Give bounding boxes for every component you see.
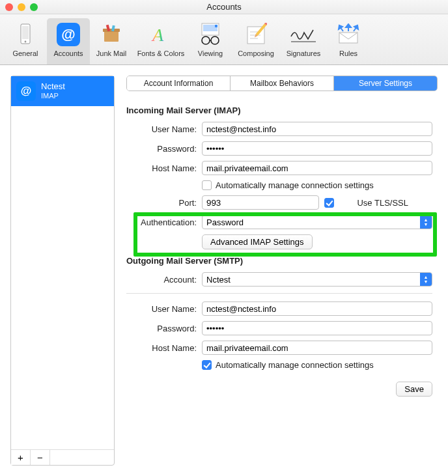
svg-rect-3	[104, 31, 119, 42]
toolbar-label: Rules	[327, 49, 370, 57]
zoom-window-button[interactable]	[30, 3, 38, 11]
incoming-username-field[interactable]	[202, 122, 432, 136]
outgoing-username-field[interactable]	[202, 301, 432, 316]
outgoing-auto-manage-checkbox[interactable]	[202, 360, 212, 370]
settings-tabbar: Account Information Mailbox Behaviors Se…	[126, 76, 438, 91]
toolbar-label: Junk Mail	[90, 49, 133, 57]
toolbar-label: Signatures	[280, 49, 327, 57]
window-controls	[5, 3, 38, 11]
toolbar-label: Viewing	[189, 49, 232, 57]
outgoing-heading: Outgoing Mail Server (SMTP)	[126, 256, 432, 266]
incoming-heading: Incoming Mail Server (IMAP)	[126, 105, 432, 115]
sidebar-actions: + −	[11, 449, 114, 465]
tab-account-information[interactable]: Account Information	[127, 76, 231, 91]
svg-marker-23	[346, 24, 351, 27]
outgoing-account-label: Account:	[126, 275, 197, 285]
divider	[126, 293, 432, 294]
trash-icon	[90, 21, 133, 48]
toolbar-label: Fonts & Colors	[133, 49, 189, 57]
preferences-toolbar: General @ Accounts Junk Mail A Fonts & C…	[0, 14, 448, 65]
account-protocol: IMAP	[41, 92, 65, 100]
signature-icon	[280, 21, 327, 48]
outgoing-hostname-label: Host Name:	[126, 343, 197, 353]
svg-point-2	[25, 41, 27, 43]
tab-server-settings[interactable]: Server Settings	[334, 76, 437, 91]
fonts-icon: A	[133, 21, 189, 48]
incoming-auto-manage-label[interactable]: Automatically manage connection settings	[216, 180, 374, 190]
incoming-tls-label[interactable]: Use TLS/SSL	[338, 198, 408, 208]
incoming-password-field[interactable]	[202, 141, 432, 156]
composing-tab[interactable]: Composing	[232, 18, 280, 64]
accounts-tab[interactable]: @ Accounts	[47, 18, 90, 64]
svg-point-12	[211, 36, 219, 44]
glasses-icon	[189, 21, 232, 48]
outgoing-password-label: Password:	[126, 324, 197, 333]
incoming-port-field[interactable]	[202, 195, 319, 210]
toolbar-label: General	[4, 49, 47, 57]
phone-icon	[4, 21, 47, 48]
incoming-hostname-label: Host Name:	[126, 163, 197, 173]
outgoing-auto-manage-label[interactable]: Automatically manage connection settings	[216, 360, 374, 370]
fontscolors-tab[interactable]: A Fonts & Colors	[133, 18, 189, 64]
junkmail-tab[interactable]: Junk Mail	[90, 18, 133, 64]
at-sign-icon: @	[47, 21, 90, 48]
svg-text:A: A	[151, 25, 164, 45]
account-list-item[interactable]: @ Nctest IMAP	[11, 76, 114, 106]
outgoing-password-field[interactable]	[202, 321, 432, 335]
viewing-tab[interactable]: Viewing	[189, 18, 232, 64]
outgoing-account-select[interactable]: Nctest	[202, 272, 432, 287]
close-window-button[interactable]	[5, 3, 13, 11]
svg-point-11	[202, 36, 210, 44]
advanced-imap-button[interactable]: Advanced IMAP Settings	[202, 234, 313, 249]
pencil-icon	[232, 21, 280, 48]
outgoing-username-label: User Name:	[126, 304, 197, 314]
tab-mailbox-behaviors[interactable]: Mailbox Behaviors	[231, 76, 334, 91]
svg-rect-4	[103, 29, 120, 32]
rules-icon	[327, 21, 370, 48]
svg-rect-10	[215, 25, 217, 27]
incoming-username-label: User Name:	[126, 124, 197, 134]
toolbar-label: Composing	[232, 49, 280, 57]
minimize-window-button[interactable]	[18, 3, 25, 11]
account-name: Nctest	[41, 82, 65, 92]
incoming-tls-checkbox[interactable]	[324, 198, 334, 208]
incoming-password-label: Password:	[126, 144, 197, 154]
outgoing-hostname-field[interactable]	[202, 341, 432, 355]
settings-panel: Account Information Mailbox Behaviors Se…	[126, 76, 438, 466]
toolbar-label: Accounts	[47, 49, 90, 57]
window-title: Accounts	[206, 2, 241, 12]
save-button[interactable]: Save	[396, 382, 432, 397]
general-tab[interactable]: General	[4, 18, 47, 64]
incoming-auto-manage-checkbox[interactable]	[202, 180, 212, 190]
remove-account-button[interactable]: −	[31, 450, 50, 465]
signatures-tab[interactable]: Signatures	[280, 18, 327, 64]
incoming-port-label: Port:	[126, 198, 197, 208]
incoming-auth-label: Authentication:	[126, 217, 197, 227]
at-sign-icon: @	[16, 81, 36, 101]
incoming-hostname-field[interactable]	[202, 161, 432, 175]
incoming-auth-select[interactable]: Password	[202, 215, 432, 229]
window-titlebar: Accounts	[0, 0, 448, 14]
svg-rect-1	[22, 26, 29, 39]
add-account-button[interactable]: +	[11, 450, 31, 465]
accounts-sidebar: @ Nctest IMAP + −	[10, 76, 115, 466]
rules-tab[interactable]: Rules	[327, 18, 370, 64]
